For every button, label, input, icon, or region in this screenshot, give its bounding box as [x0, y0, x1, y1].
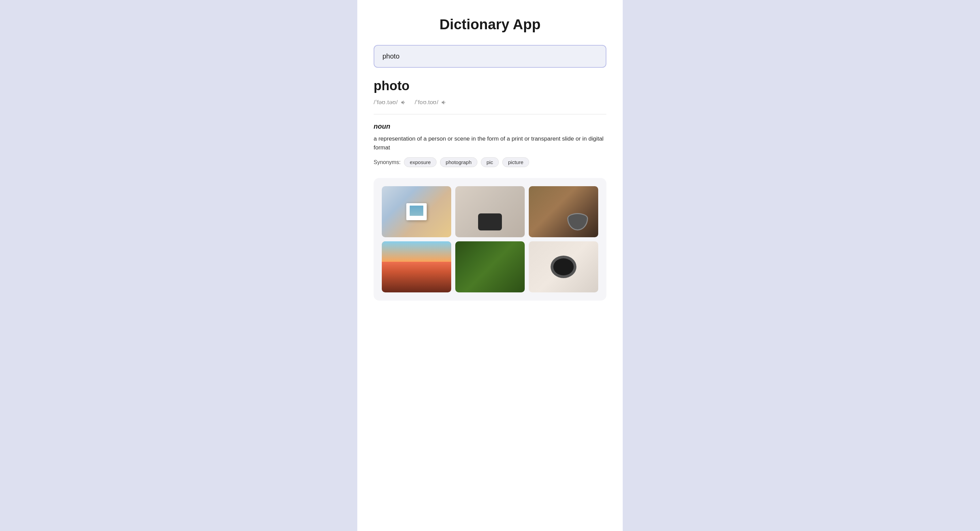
pronunciation-1: /ˈfəʊ.təʊ/ — [374, 99, 407, 106]
synonyms-label: Synonyms: — [374, 159, 401, 166]
image-card-5[interactable] — [455, 241, 525, 292]
speaker-icon-1[interactable] — [401, 99, 407, 105]
part-of-speech: noun — [374, 123, 606, 130]
search-input[interactable] — [374, 45, 606, 68]
image-card-3[interactable] — [529, 186, 598, 237]
image-card-2[interactable] — [455, 186, 525, 237]
pronunciations-row: /ˈfəʊ.təʊ/ /ˈfoʊ.toʊ/ — [374, 99, 606, 106]
pronunciation-1-text: /ˈfəʊ.təʊ/ — [374, 99, 398, 106]
image-card-4[interactable] — [382, 241, 451, 292]
pronunciation-2: /ˈfoʊ.toʊ/ — [415, 99, 447, 106]
synonym-picture[interactable]: picture — [502, 157, 529, 167]
images-section — [374, 178, 606, 301]
main-content: Dictionary App photo /ˈfəʊ.təʊ/ /ˈfoʊ.to… — [357, 0, 623, 531]
app-title: Dictionary App — [374, 16, 606, 33]
image-card-6[interactable] — [529, 241, 598, 292]
word-heading: photo — [374, 79, 606, 93]
synonym-exposure[interactable]: exposure — [404, 157, 437, 167]
speaker-icon-2[interactable] — [441, 99, 447, 105]
synonym-photograph[interactable]: photograph — [440, 157, 477, 167]
pronunciation-2-text: /ˈfoʊ.toʊ/ — [415, 99, 439, 106]
image-card-1[interactable] — [382, 186, 451, 237]
definition-section: noun a representation of a person or sce… — [374, 123, 606, 167]
definition-text: a representation of a person or scene in… — [374, 134, 606, 152]
images-grid — [382, 186, 598, 292]
synonyms-row: Synonyms: exposure photograph pic pictur… — [374, 157, 606, 167]
synonym-pic[interactable]: pic — [481, 157, 499, 167]
